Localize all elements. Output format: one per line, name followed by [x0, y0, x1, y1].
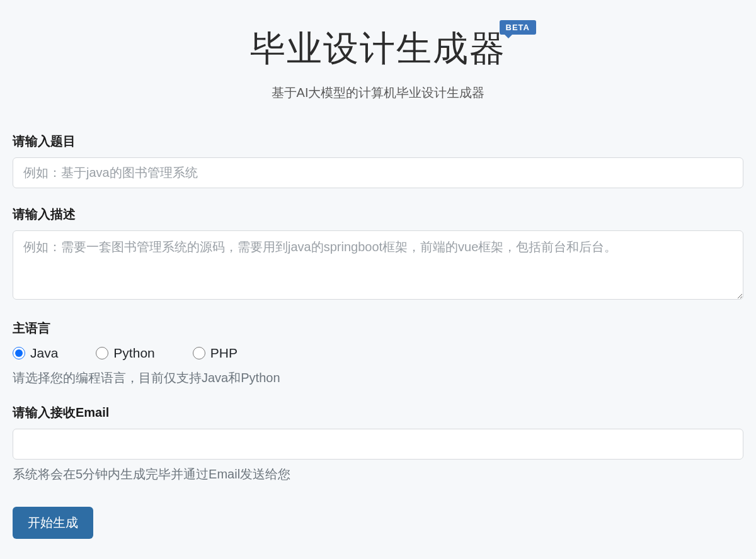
page-title: 毕业设计生成器: [250, 25, 506, 73]
radio-item-python: Python: [96, 346, 154, 361]
language-group: 主语言 Java Python PHP 请选择您的编程语言，目前仅支持Java和…: [13, 320, 743, 387]
radio-item-php: PHP: [193, 346, 238, 361]
topic-input[interactable]: [13, 157, 743, 188]
language-label: 主语言: [13, 320, 743, 337]
email-group: 请输入接收Email 系统将会在5分钟内生成完毕并通过Email发送给您: [13, 404, 743, 483]
submit-button[interactable]: 开始生成: [13, 507, 93, 539]
radio-php[interactable]: [193, 347, 205, 359]
radio-java[interactable]: [13, 347, 25, 359]
description-textarea[interactable]: [13, 230, 743, 300]
page-subtitle: 基于AI大模型的计算机毕业设计生成器: [13, 84, 743, 101]
description-group: 请输入描述: [13, 206, 743, 302]
description-label: 请输入描述: [13, 206, 743, 223]
radio-label-php[interactable]: PHP: [210, 346, 238, 361]
language-help-text: 请选择您的编程语言，目前仅支持Java和Python: [13, 370, 743, 387]
radio-label-python[interactable]: Python: [113, 346, 154, 361]
language-radio-group: Java Python PHP: [13, 346, 743, 361]
radio-python[interactable]: [96, 347, 108, 359]
email-label: 请输入接收Email: [13, 404, 743, 421]
header: 毕业设计生成器 BETA 基于AI大模型的计算机毕业设计生成器: [13, 25, 743, 101]
radio-label-java[interactable]: Java: [30, 346, 58, 361]
topic-label: 请输入题目: [13, 133, 743, 150]
email-help-text: 系统将会在5分钟内生成完毕并通过Email发送给您: [13, 466, 743, 483]
email-input[interactable]: [13, 429, 743, 460]
title-wrapper: 毕业设计生成器 BETA: [250, 25, 506, 73]
beta-badge: BETA: [500, 20, 536, 35]
radio-item-java: Java: [13, 346, 58, 361]
page-container: 毕业设计生成器 BETA 基于AI大模型的计算机毕业设计生成器 请输入题目 请输…: [13, 25, 743, 539]
topic-group: 请输入题目: [13, 133, 743, 188]
